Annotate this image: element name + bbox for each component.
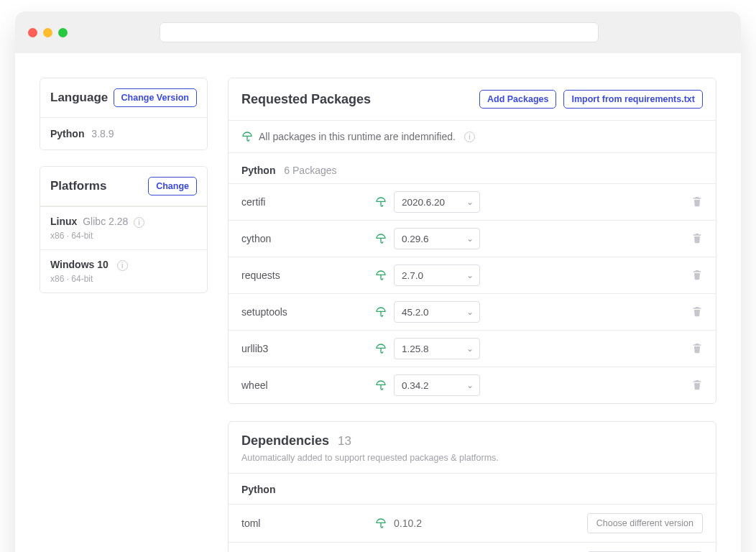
delete-package-button[interactable] [691, 379, 703, 392]
main-panel: Requested Packages Add Packages Import f… [228, 78, 716, 552]
chevron-down-icon: ⌄ [466, 344, 474, 354]
package-row: setuptools45.2.0⌄ [229, 294, 716, 331]
platform-extra: Glibc 2.28 [83, 216, 128, 227]
requested-packages-header: Requested Packages Add Packages Import f… [229, 78, 716, 121]
chevron-down-icon: ⌄ [466, 380, 474, 390]
version-value: 0.29.6 [402, 234, 429, 244]
import-requirements-button[interactable]: Import from requirements.txt [563, 90, 703, 109]
address-bar[interactable] [160, 22, 599, 42]
indemnified-banner: All packages in this runtime are indemni… [229, 121, 716, 153]
package-name: urllib3 [241, 343, 368, 354]
package-row: urllib31.25.8⌄ [229, 331, 716, 367]
dependencies-panel: Dependencies 13 Automatically added to s… [228, 421, 716, 552]
delete-package-button[interactable] [691, 269, 703, 282]
umbrella-icon [375, 196, 387, 208]
platform-meta: x86 · 64-bit [50, 231, 197, 241]
dependencies-section-name: Python [229, 474, 716, 505]
platform-item: Windows 10 i x86 · 64-bit [40, 249, 207, 293]
dependency-name: toml [241, 518, 368, 529]
dependency-row: toml0.10.2Choose different version [229, 505, 716, 543]
info-icon[interactable]: i [117, 260, 128, 271]
language-version: 3.8.9 [91, 128, 114, 139]
dependency-list: toml0.10.2Choose different versionwincer… [229, 505, 716, 552]
add-packages-button[interactable]: Add Packages [479, 90, 556, 109]
package-list: certifi2020.6.20⌄cython0.29.6⌄requests2.… [229, 184, 716, 403]
package-name: certifi [241, 196, 368, 208]
chevron-down-icon: ⌄ [466, 197, 474, 207]
platform-meta: x86 · 64-bit [50, 274, 197, 284]
platforms-card-header: Platforms Change [40, 167, 207, 206]
platform-name: Windows 10 [50, 259, 109, 270]
window-zoom-icon[interactable] [58, 28, 68, 37]
window-minimize-icon[interactable] [43, 28, 52, 37]
language-card: Language Change Version Python 3.8.9 [40, 78, 208, 150]
dependencies-header: Dependencies 13 [229, 422, 716, 453]
umbrella-icon [241, 131, 253, 142]
package-row: cython0.29.6⌄ [229, 221, 716, 257]
package-row: requests2.7.0⌄ [229, 257, 716, 294]
umbrella-icon [375, 380, 387, 391]
version-value: 2.7.0 [402, 270, 423, 281]
version-select[interactable]: 1.25.8⌄ [394, 338, 480, 359]
version-value: 1.25.8 [402, 344, 429, 354]
version-value: 45.2.0 [402, 307, 429, 318]
package-row: wheel0.34.2⌄ [229, 367, 716, 403]
change-platforms-button[interactable]: Change [148, 177, 197, 196]
language-name: Python [50, 128, 84, 139]
version-select[interactable]: 2.7.0⌄ [394, 264, 480, 286]
version-value: 2020.6.20 [402, 197, 445, 208]
requested-section-count: 6 Packages [284, 165, 336, 176]
info-icon[interactable]: i [134, 217, 144, 228]
version-select[interactable]: 2020.6.20⌄ [394, 191, 480, 213]
dependency-row: wincertstore0.2Choose different version [229, 543, 716, 552]
requested-packages-title: Requested Packages [241, 92, 371, 107]
requested-packages-panel: Requested Packages Add Packages Import f… [228, 78, 716, 404]
package-name: cython [241, 233, 368, 244]
umbrella-icon [375, 343, 387, 354]
delete-package-button[interactable] [691, 232, 703, 245]
package-name: wheel [241, 380, 368, 391]
delete-package-button[interactable] [691, 196, 703, 208]
app-content: Language Change Version Python 3.8.9 Pla… [15, 53, 741, 552]
browser-window: Language Change Version Python 3.8.9 Pla… [15, 12, 741, 552]
platforms-title: Platforms [50, 179, 106, 193]
indemnified-text: All packages in this runtime are indemni… [259, 131, 456, 142]
requested-section-label: Python 6 Packages [229, 153, 716, 184]
version-select[interactable]: 45.2.0⌄ [394, 301, 480, 323]
titlebar [15, 12, 741, 53]
umbrella-icon [375, 518, 387, 529]
chevron-down-icon: ⌄ [466, 270, 474, 280]
chevron-down-icon: ⌄ [466, 307, 474, 317]
umbrella-icon [375, 306, 387, 318]
delete-package-button[interactable] [691, 305, 703, 318]
chevron-down-icon: ⌄ [466, 234, 474, 244]
umbrella-icon [375, 270, 387, 281]
window-close-icon[interactable] [28, 28, 37, 37]
change-version-button[interactable]: Change Version [114, 88, 197, 107]
umbrella-icon [375, 233, 387, 244]
version-value: 0.34.2 [402, 380, 429, 391]
version-select[interactable]: 0.34.2⌄ [394, 374, 480, 396]
dependency-version: 0.10.2 [394, 518, 422, 529]
package-row: certifi2020.6.20⌄ [229, 184, 716, 221]
platform-item: Linux Glibc 2.28 i x86 · 64-bit [40, 206, 207, 249]
requested-section-name: Python [241, 165, 275, 176]
sidebar: Language Change Version Python 3.8.9 Pla… [40, 78, 208, 552]
package-name: requests [241, 270, 368, 281]
package-name: setuptools [241, 306, 368, 318]
dependencies-count: 13 [338, 434, 351, 448]
delete-package-button[interactable] [691, 342, 703, 355]
language-card-body: Python 3.8.9 [40, 118, 207, 150]
dependencies-title: Dependencies [241, 433, 329, 448]
language-title: Language [50, 91, 108, 105]
version-select[interactable]: 0.29.6⌄ [394, 228, 480, 249]
choose-version-button[interactable]: Choose different version [587, 513, 703, 533]
info-icon[interactable]: i [464, 132, 475, 142]
language-card-header: Language Change Version [40, 78, 207, 118]
dependencies-subtitle: Automatically added to support requested… [229, 453, 716, 474]
platform-name: Linux [50, 216, 77, 227]
platforms-card: Platforms Change Linux Glibc 2.28 i x86 … [40, 166, 208, 293]
